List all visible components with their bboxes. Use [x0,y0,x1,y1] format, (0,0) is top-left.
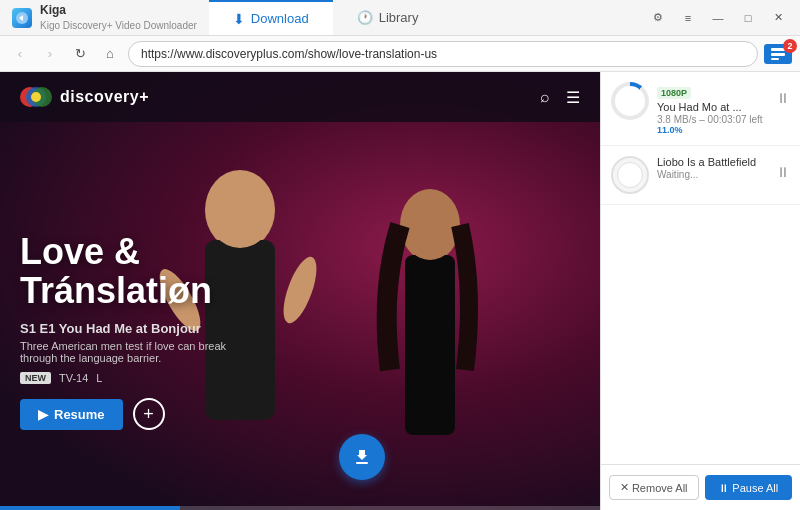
close-button[interactable]: ✕ [764,4,792,32]
hero-tags: NEW TV-14 L [20,372,260,384]
dl-item-percent: 11.0% [657,125,768,135]
dl-item-title: Liobo Is a Battlefield [657,156,768,168]
tag-rating2: L [96,372,102,384]
minimize-button[interactable]: — [704,4,732,32]
svg-rect-15 [405,255,455,435]
download-queue-badge[interactable]: 2 [764,44,792,64]
browser-content: discovery+ ⌕ ☰ [0,72,600,510]
hero-buttons: ▶ Resume + [20,398,260,430]
dl-item-title: You Had Mo at ... [657,101,768,113]
add-to-list-button[interactable]: + [133,398,165,430]
hero-title: Love & Tránslatiøn [20,232,260,311]
tab-bar: ⬇ Download 🕐 Library [209,0,644,35]
pause-icon: ⏸ [718,482,729,494]
resume-label: Resume [54,407,105,422]
svg-point-16 [401,190,459,260]
dl-item-status: Waiting... [657,169,768,180]
pause-item-button[interactable]: ⏸ [776,90,790,106]
quality-badge: 1080P [657,87,691,99]
download-tab-label: Download [251,11,309,26]
hero-description: Three American men test if love can brea… [20,340,260,364]
dp-logo-text: discovery+ [60,88,149,106]
video-progress [0,506,600,510]
remove-all-button[interactable]: ✕ Remove All [609,475,699,500]
maximize-button[interactable]: □ [734,4,762,32]
download-list: 1080P You Had Mo at ... 3.8 MB/s – 00:03… [601,72,800,464]
remove-icon: ✕ [620,481,629,494]
home-button[interactable]: ⌂ [98,42,122,66]
download-item: 1080P You Had Mo at ... 3.8 MB/s – 00:03… [601,72,800,146]
tag-rating: TV-14 [59,372,88,384]
hero-episode: S1 E1 You Had Me at Bonjour [20,321,260,336]
svg-point-8 [31,92,41,102]
resume-button[interactable]: ▶ Resume [20,399,123,430]
dl-item-speed: 3.8 MB/s – 00:03:07 left [657,114,768,125]
download-fab-button[interactable] [339,434,385,480]
waiting-inner [617,162,643,188]
app-logo-icon [12,8,32,28]
svg-rect-17 [356,462,368,464]
menu-button[interactable]: ≡ [674,4,702,32]
dp-header: discovery+ ⌕ ☰ [0,72,600,122]
window-controls: ⚙ ≡ — □ ✕ [644,4,800,32]
main-area: discovery+ ⌕ ☰ [0,72,800,510]
pause-all-button[interactable]: ⏸ Pause All [705,475,793,500]
address-bar: ‹ › ↻ ⌂ 2 [0,36,800,72]
library-tab-icon: 🕐 [357,10,373,25]
panel-footer: ✕ Remove All ⏸ Pause All [601,464,800,510]
thumb-inner [615,86,645,116]
download-item: Liobo Is a Battlefield Waiting... ⏸ [601,146,800,205]
tab-download[interactable]: ⬇ Download [209,0,333,35]
download-fab-icon [351,446,373,468]
dp-logo: discovery+ [20,81,149,113]
app-info: Kiga Kigo Discovery+ Video Downloader [0,3,209,32]
progress-fill [0,506,180,510]
play-icon: ▶ [38,407,48,422]
hero-text: Love & Tránslatiøn S1 E1 You Had Me at B… [20,232,260,430]
back-button[interactable]: ‹ [8,42,32,66]
dp-header-right: ⌕ ☰ [540,88,580,107]
tab-library[interactable]: 🕐 Library [333,0,443,35]
svg-point-13 [277,253,323,327]
app-name: Kiga [40,3,197,17]
library-tab-label: Library [379,10,419,25]
download-tab-icon: ⬇ [233,11,245,27]
dp-logo-svg [20,81,52,113]
waiting-thumb [611,156,649,194]
download-panel: 1080P You Had Mo at ... 3.8 MB/s – 00:03… [600,72,800,510]
pause-item-button[interactable]: ⏸ [776,164,790,180]
download-progress-circle [611,82,649,120]
queue-count: 2 [783,39,797,53]
hamburger-icon[interactable]: ☰ [566,88,580,107]
settings-button[interactable]: ⚙ [644,4,672,32]
search-icon[interactable]: ⌕ [540,88,550,106]
remove-all-label: Remove All [632,482,688,494]
url-input[interactable] [128,41,758,67]
refresh-button[interactable]: ↻ [68,42,92,66]
svg-rect-2 [771,53,785,56]
forward-button[interactable]: › [38,42,62,66]
app-subtitle: Kigo Discovery+ Video Downloader [40,20,197,31]
dl-item-info: 1080P You Had Mo at ... 3.8 MB/s – 00:03… [657,82,768,135]
tag-new: NEW [20,372,51,384]
dl-item-info: Liobo Is a Battlefield Waiting... [657,156,768,180]
title-bar: Kiga Kigo Discovery+ Video Downloader ⬇ … [0,0,800,36]
pause-all-label: Pause All [732,482,778,494]
svg-rect-3 [771,58,779,60]
